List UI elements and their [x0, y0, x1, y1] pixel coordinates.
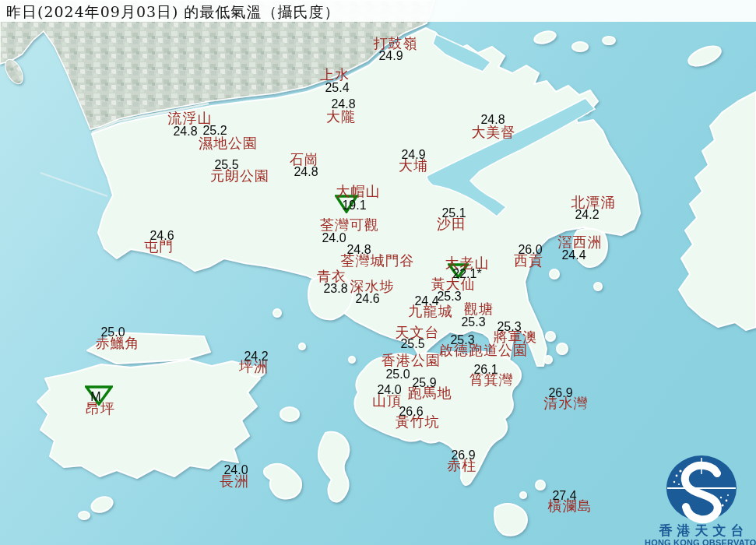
hko-name-english: HONG KONG OBSERVATORY — [645, 538, 756, 545]
station-value: 26.9 — [548, 387, 572, 399]
station-value: 26.6 — [399, 406, 423, 418]
station-value: 25.9 — [412, 377, 436, 389]
station-value: 26.1 — [473, 364, 498, 376]
hko-emblem-icon — [645, 452, 756, 524]
station-value: 25.3 — [497, 321, 521, 333]
station-layer: 打鼓嶺24.9上水25.4大隴24.8大美督24.8流浮山24.8濕地公園25.… — [0, 0, 756, 545]
station-name: 滘西洲 — [558, 235, 603, 249]
station-value: 26.9 — [451, 449, 475, 462]
station-value: 25.5 — [214, 159, 238, 171]
title-bar: 昨日(2024年09月03日) 的最低氣溫（攝氏度） — [0, 0, 756, 22]
station-value: 24.6 — [149, 230, 174, 242]
station-name: 觀塘 — [464, 302, 494, 316]
station-value: 24.8 — [331, 98, 355, 111]
station-value: 25.2 — [202, 125, 227, 137]
station-value: 24.2 — [244, 350, 268, 363]
station-value: 24.2 — [575, 209, 599, 221]
station-value: 24.8 — [294, 166, 318, 178]
station-value: 24.0 — [377, 384, 401, 396]
station-value: 23.8 — [323, 283, 347, 295]
station-value: 25.4 — [325, 82, 349, 94]
station-name: 香港公園 — [382, 353, 441, 367]
station-value: 25.3 — [461, 316, 485, 329]
station-value: 25.1 — [441, 207, 466, 220]
station-name: 荃灣可觀 — [320, 218, 379, 232]
station-name: 昂坪 — [86, 402, 115, 416]
station-value: 25.5 — [400, 338, 424, 350]
station-name: 上水 — [320, 68, 350, 82]
hko-logo: 香港天文台 HONG KONG OBSERVATORY — [645, 452, 756, 545]
station-value: 25.3 — [450, 334, 474, 346]
station-value: 25.0 — [100, 326, 125, 339]
station-value: 24.0 — [223, 464, 248, 476]
station-value: 24.0 — [322, 232, 346, 244]
hko-name-chinese: 香港天文台 — [645, 524, 756, 538]
station-name: 大帽山 — [336, 185, 381, 199]
station-value: 24.4 — [414, 295, 438, 308]
station-value: 24.8 — [480, 114, 505, 126]
station-value: 24.9 — [378, 50, 403, 62]
station-value: 25.0 — [385, 368, 410, 381]
station-value: M — [90, 391, 100, 403]
station-value: 24.6 — [355, 293, 379, 305]
station-value: 19.1 — [342, 199, 366, 212]
station-value: 24.8 — [346, 244, 371, 256]
station-name: 大隴 — [326, 110, 356, 124]
page-title: 昨日(2024年09月03日) 的最低氣溫（攝氏度） — [6, 2, 340, 23]
weather-map-screen: 昨日(2024年09月03日) 的最低氣溫（攝氏度） 打鼓嶺24.9上水25.4… — [0, 0, 756, 545]
station-name: 大美督 — [472, 125, 516, 139]
station-value: 26.0 — [518, 244, 542, 256]
station-value: 24.4 — [561, 249, 585, 262]
station-name: 濕地公園 — [199, 136, 258, 150]
station-value: 25.3 — [437, 290, 461, 303]
station-value: 24.8 — [173, 125, 197, 138]
station-value: 27.4 — [552, 490, 576, 502]
station-value: 24.9 — [401, 149, 425, 161]
